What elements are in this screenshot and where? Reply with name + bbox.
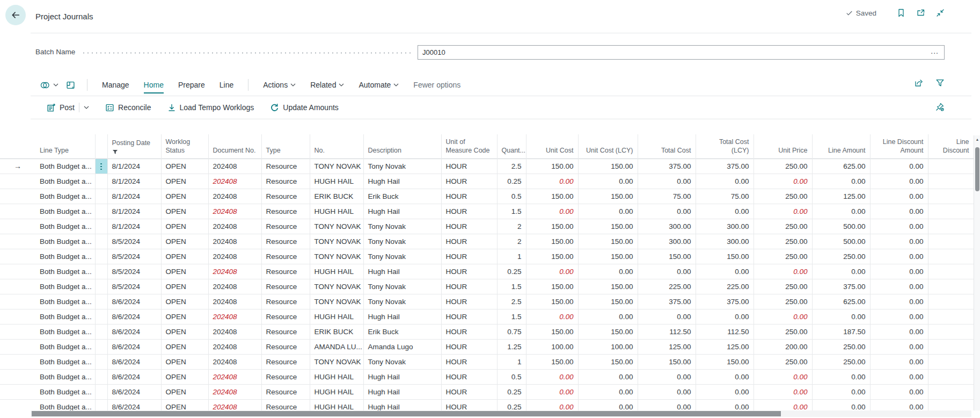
cell-posting_date[interactable]: 8/1/2024 xyxy=(107,189,161,204)
cell-total_cost[interactable]: 300.00 xyxy=(638,234,696,249)
cell-line_discount_amount[interactable]: 0.00 xyxy=(870,158,928,174)
cell-line_discount[interactable] xyxy=(928,264,974,279)
cell-uom[interactable]: HOUR xyxy=(441,174,497,189)
pin-off-icon[interactable] xyxy=(935,102,945,112)
cell-line_discount_amount[interactable]: 0.00 xyxy=(870,264,928,279)
cell-total_cost_lcy[interactable]: 375.00 xyxy=(696,158,754,174)
cell-unit_cost_lcy[interactable]: 150.00 xyxy=(578,324,638,339)
cell-total_cost_lcy[interactable]: 112.50 xyxy=(696,324,754,339)
cell-total_cost[interactable]: 0.00 xyxy=(638,369,696,384)
table-row[interactable]: Both Budget a...8/5/2024OPEN202408Resour… xyxy=(0,264,974,279)
cell-line_amount[interactable]: 0.00 xyxy=(812,174,870,189)
cell-no[interactable]: HUGH HAIL xyxy=(310,174,363,189)
cell-description[interactable]: Erik Buck xyxy=(363,324,441,339)
cell-quantity[interactable]: 1 xyxy=(497,249,526,264)
cell-document_no[interactable]: 202408 xyxy=(208,384,261,399)
cell-description[interactable]: Hugh Hail xyxy=(363,264,441,279)
column-header-unit_price[interactable]: Unit Price xyxy=(754,134,812,158)
vertical-scrollbar[interactable]: ▲ xyxy=(974,135,980,410)
cell-uom[interactable]: HOUR xyxy=(441,354,497,369)
cell-quantity[interactable]: 2.5 xyxy=(497,294,526,309)
cell-unit_price[interactable]: 250.00 xyxy=(754,294,812,309)
menu-related[interactable]: Related xyxy=(310,81,344,89)
cell-unit_cost[interactable]: 150.00 xyxy=(526,234,578,249)
cell-unit_cost[interactable]: 150.00 xyxy=(526,279,578,294)
cell-uom[interactable]: HOUR xyxy=(441,234,497,249)
cell-total_cost[interactable]: 300.00 xyxy=(638,219,696,234)
cell-document_no[interactable]: 202408 xyxy=(208,309,261,324)
cell-quantity[interactable]: 0.25 xyxy=(497,174,526,189)
cell-line_type[interactable]: Both Budget a... xyxy=(35,249,95,264)
cell-document_no[interactable]: 202408 xyxy=(208,204,261,219)
cell-line_amount[interactable]: 0.00 xyxy=(812,384,870,399)
cell-worklog_status[interactable]: OPEN xyxy=(161,339,208,354)
cell-document_no[interactable]: 202408 xyxy=(208,369,261,384)
cell-no[interactable]: HUGH HAIL xyxy=(310,399,363,410)
table-row[interactable]: Both Budget a...8/6/2024OPEN202408Resour… xyxy=(0,324,974,339)
cell-description[interactable]: Tony Novak xyxy=(363,234,441,249)
cell-unit_cost[interactable]: 0.00 xyxy=(526,204,578,219)
cell-line_amount[interactable]: 0.00 xyxy=(812,204,870,219)
cell-no[interactable]: HUGH HAIL xyxy=(310,369,363,384)
row-menu-cell[interactable] xyxy=(95,369,107,384)
cell-line_discount[interactable] xyxy=(928,279,974,294)
cell-description[interactable]: Tony Novak xyxy=(363,219,441,234)
cell-unit_cost_lcy[interactable]: 150.00 xyxy=(578,219,638,234)
assist-edit-button[interactable]: ... xyxy=(925,47,944,59)
cell-description[interactable]: Tony Novak xyxy=(363,354,441,369)
cell-posting_date[interactable]: 8/6/2024 xyxy=(107,369,161,384)
cell-posting_date[interactable]: 8/1/2024 xyxy=(107,158,161,174)
cell-no[interactable]: TONY NOVAK xyxy=(310,294,363,309)
cell-description[interactable]: Tony Novak xyxy=(363,294,441,309)
cell-posting_date[interactable]: 8/1/2024 xyxy=(107,174,161,189)
cell-total_cost_lcy[interactable]: 225.00 xyxy=(696,279,754,294)
column-header-line_discount[interactable]: Line Discount xyxy=(928,134,974,158)
cell-no[interactable]: ERIK BUCK xyxy=(310,189,363,204)
cell-unit_cost[interactable]: 150.00 xyxy=(526,249,578,264)
table-row[interactable]: Both Budget a...8/6/2024OPEN202408Resour… xyxy=(0,294,974,309)
cell-total_cost_lcy[interactable]: 0.00 xyxy=(696,399,754,410)
cell-quantity[interactable]: 0.5 xyxy=(497,189,526,204)
cell-type[interactable]: Resource xyxy=(261,354,310,369)
cell-worklog_status[interactable]: OPEN xyxy=(161,174,208,189)
cell-type[interactable]: Resource xyxy=(261,294,310,309)
cell-no[interactable]: HUGH HAIL xyxy=(310,204,363,219)
cell-unit_cost_lcy[interactable]: 150.00 xyxy=(578,234,638,249)
cell-line_type[interactable]: Both Budget a... xyxy=(35,219,95,234)
cell-unit_cost_lcy[interactable]: 100.00 xyxy=(578,339,638,354)
cell-uom[interactable]: HOUR xyxy=(441,219,497,234)
cell-worklog_status[interactable]: OPEN xyxy=(161,204,208,219)
cell-line_type[interactable]: Both Budget a... xyxy=(35,174,95,189)
cell-type[interactable]: Resource xyxy=(261,369,310,384)
cell-line_discount_amount[interactable]: 0.00 xyxy=(870,324,928,339)
cell-line_discount[interactable] xyxy=(928,158,974,174)
cell-line_type[interactable]: Both Budget a... xyxy=(35,158,95,174)
cell-line_discount[interactable] xyxy=(928,234,974,249)
cell-posting_date[interactable]: 8/5/2024 xyxy=(107,234,161,249)
cell-posting_date[interactable]: 8/5/2024 xyxy=(107,279,161,294)
cell-line_type[interactable]: Both Budget a... xyxy=(35,234,95,249)
cell-line_amount[interactable]: 0.00 xyxy=(812,369,870,384)
cell-total_cost_lcy[interactable]: 300.00 xyxy=(696,234,754,249)
row-menu-cell[interactable] xyxy=(95,339,107,354)
cell-line_discount[interactable] xyxy=(928,399,974,410)
cell-unit_cost[interactable]: 0.00 xyxy=(526,174,578,189)
table-row[interactable]: Both Budget a...8/1/2024OPEN202408Resour… xyxy=(0,204,974,219)
cell-line_type[interactable]: Both Budget a... xyxy=(35,384,95,399)
cell-document_no[interactable]: 202408 xyxy=(208,324,261,339)
cell-line_discount_amount[interactable]: 0.00 xyxy=(870,294,928,309)
cell-unit_cost_lcy[interactable]: 0.00 xyxy=(578,384,638,399)
column-header-uom[interactable]: Unit of Measure Code xyxy=(441,134,497,158)
cell-total_cost_lcy[interactable]: 75.00 xyxy=(696,189,754,204)
cell-unit_cost_lcy[interactable]: 0.00 xyxy=(578,309,638,324)
cell-total_cost_lcy[interactable]: 300.00 xyxy=(696,219,754,234)
cell-posting_date[interactable]: 8/1/2024 xyxy=(107,219,161,234)
row-menu-cell[interactable] xyxy=(95,219,107,234)
cell-line_amount[interactable]: 0.00 xyxy=(812,399,870,410)
table-row[interactable]: Both Budget a...8/6/2024OPEN202408Resour… xyxy=(0,369,974,384)
cell-total_cost[interactable]: 0.00 xyxy=(638,399,696,410)
table-row[interactable]: →Both Budget a...8/1/2024OPEN202408Resou… xyxy=(0,158,974,174)
horizontal-scrollbar[interactable] xyxy=(31,410,971,417)
cell-unit_cost[interactable]: 0.00 xyxy=(526,369,578,384)
cell-no[interactable]: TONY NOVAK xyxy=(310,279,363,294)
